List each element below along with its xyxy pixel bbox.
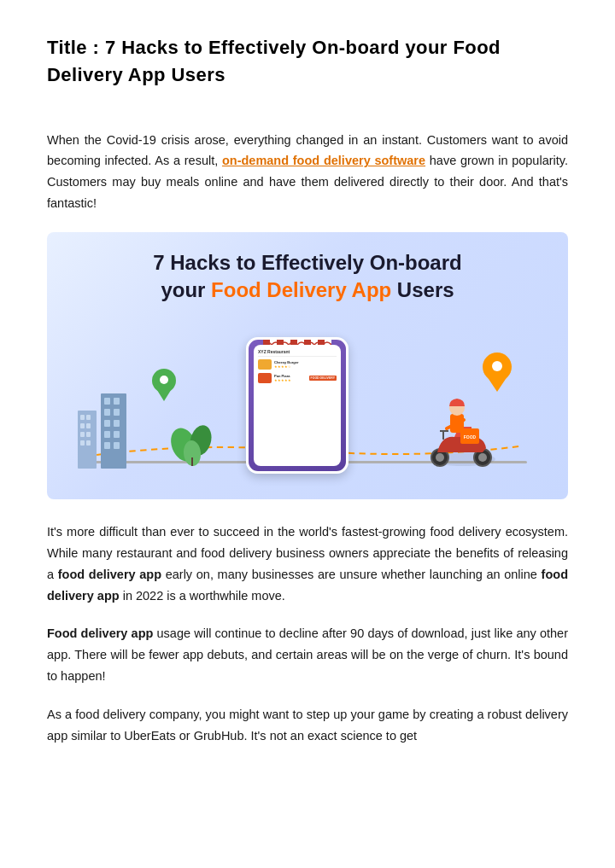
banner-line1: 7 Hacks to Effectively On-board: [153, 251, 461, 274]
page-container: Title : 7 Hacks to Effectively On-board …: [0, 0, 615, 798]
svg-rect-16: [104, 431, 110, 438]
page-title: Title : 7 Hacks to Effectively On-board …: [47, 34, 568, 89]
svg-rect-1: [80, 415, 85, 420]
banner-title: 7 Hacks to Effectively On-board your Foo…: [153, 249, 461, 302]
title-section: Title : 7 Hacks to Effectively On-board …: [47, 34, 568, 89]
phone-header: XYZ Restaurant: [258, 349, 337, 357]
svg-rect-15: [114, 420, 120, 427]
location-pin-right: [483, 352, 512, 395]
svg-rect-18: [104, 442, 110, 449]
phone-item-2: Pan Pizza ★★★★★ FOOD DELIVERY: [258, 373, 337, 383]
pizza-img: [258, 373, 272, 383]
phone-screen: XYZ Restaurant Cheesy Burger ★★★★☆ Pan P…: [254, 345, 341, 466]
location-pin-left: [152, 369, 176, 405]
svg-rect-14: [104, 420, 110, 427]
body1-text3: in 2022 is a worthwhile move.: [120, 589, 285, 603]
body3-text: As a food delivery company, you might wa…: [47, 708, 568, 743]
burger-img: [258, 359, 272, 370]
buildings-icon: [73, 385, 133, 474]
svg-rect-5: [80, 432, 85, 437]
delivery-person-icon: FOOD: [425, 393, 493, 469]
svg-rect-6: [86, 432, 91, 437]
body-paragraph-2: Food delivery app usage will continue to…: [47, 623, 568, 687]
svg-marker-26: [155, 387, 173, 401]
body2-bold-start: Food delivery app: [47, 626, 153, 640]
phone-item-1: Cheesy Burger ★★★★☆: [258, 359, 337, 370]
svg-text:FOOD: FOOD: [463, 434, 476, 440]
svg-point-35: [478, 453, 487, 462]
banner-image: 7 Hacks to Effectively On-board your Foo…: [47, 232, 568, 498]
svg-rect-8: [86, 440, 91, 446]
phone-item-text-2: Pan Pizza ★★★★★: [274, 374, 307, 382]
svg-rect-10: [104, 398, 110, 405]
svg-rect-9: [101, 393, 126, 469]
svg-rect-13: [114, 409, 120, 416]
item1-stars: ★★★★☆: [274, 364, 337, 369]
leaves-icon: [171, 419, 218, 474]
body1-bold1: food delivery app: [58, 568, 161, 581]
svg-point-33: [436, 453, 444, 462]
body-paragraph-1: It's more difficult than ever to succeed…: [47, 521, 568, 607]
title-line2: Delivery App Users: [47, 64, 226, 85]
intro-paragraph: When the Covid-19 crisis arose, everythi…: [47, 130, 568, 214]
svg-rect-4: [86, 423, 91, 428]
svg-marker-45: [487, 376, 507, 392]
svg-rect-17: [114, 431, 120, 438]
svg-point-25: [160, 376, 168, 384]
phone-item-text-1: Cheesy Burger ★★★★☆: [274, 360, 337, 369]
item2-stars: ★★★★★: [274, 378, 307, 382]
title-line1: Title : 7 Hacks to Effectively On-board …: [47, 37, 501, 58]
on-demand-link[interactable]: on-demand food delivery software: [222, 154, 425, 167]
svg-rect-19: [114, 442, 120, 449]
banner-illustration: XYZ Restaurant Cheesy Burger ★★★★☆ Pan P…: [64, 320, 551, 482]
food-delivery-badge: FOOD DELIVERY: [309, 376, 337, 381]
body-paragraph-3: As a food delivery company, you might wa…: [47, 704, 568, 747]
banner-line2-end: Users: [391, 278, 454, 301]
svg-rect-7: [80, 440, 85, 446]
svg-rect-11: [114, 398, 120, 405]
svg-point-44: [492, 361, 502, 371]
banner-line2-highlight: Food Delivery App: [211, 278, 391, 301]
body1-text2: early on, many businesses are unsure whe…: [161, 568, 542, 581]
svg-rect-12: [104, 409, 110, 416]
svg-rect-2: [86, 415, 91, 420]
svg-rect-3: [80, 423, 85, 428]
phone-mockup: XYZ Restaurant Cheesy Burger ★★★★☆ Pan P…: [246, 337, 348, 474]
banner-line2-start: your: [161, 278, 211, 301]
